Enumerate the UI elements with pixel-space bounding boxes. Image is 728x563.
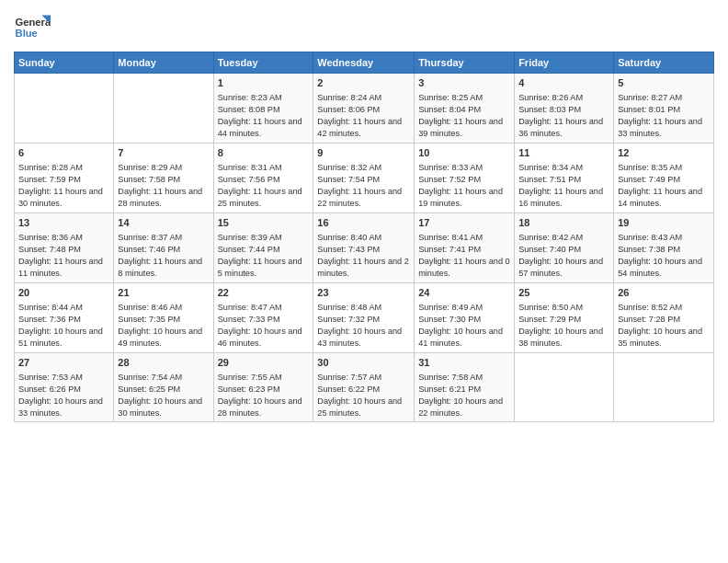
calendar-cell: 28Sunrise: 7:54 AMSunset: 6:25 PMDayligh… [114,352,213,422]
day-number: 9 [317,146,410,160]
week-row-5: 27Sunrise: 7:53 AMSunset: 6:26 PMDayligh… [15,352,714,422]
day-info: Sunrise: 8:35 AMSunset: 7:49 PMDaylight:… [618,162,710,210]
day-info: Sunrise: 8:39 AMSunset: 7:44 PMDaylight:… [218,232,310,280]
day-info: Sunrise: 8:24 AMSunset: 8:06 PMDaylight:… [317,92,410,140]
calendar-cell: 15Sunrise: 8:39 AMSunset: 7:44 PMDayligh… [213,213,313,282]
day-number: 5 [618,76,710,90]
day-info: Sunrise: 8:27 AMSunset: 8:01 PMDaylight:… [618,92,710,140]
week-row-3: 13Sunrise: 8:36 AMSunset: 7:48 PMDayligh… [15,213,714,282]
calendar-cell: 7Sunrise: 8:29 AMSunset: 7:58 PMDaylight… [114,143,213,213]
day-number: 1 [218,76,310,90]
day-info: Sunrise: 8:26 AMSunset: 8:03 PMDaylight:… [518,92,609,140]
day-info: Sunrise: 8:46 AMSunset: 7:35 PMDaylight:… [118,302,209,350]
day-info: Sunrise: 8:34 AMSunset: 7:51 PMDaylight:… [518,162,609,210]
day-info: Sunrise: 8:36 AMSunset: 7:48 PMDaylight:… [18,232,109,280]
calendar-cell: 12Sunrise: 8:35 AMSunset: 7:49 PMDayligh… [614,143,714,213]
day-info: Sunrise: 8:44 AMSunset: 7:36 PMDaylight:… [18,302,109,350]
calendar-cell: 27Sunrise: 7:53 AMSunset: 6:26 PMDayligh… [15,352,114,422]
calendar-cell: 5Sunrise: 8:27 AMSunset: 8:01 PMDaylight… [614,74,714,144]
day-number: 16 [317,216,410,230]
calendar-table: SundayMondayTuesdayWednesdayThursdayFrid… [14,52,714,422]
day-number: 8 [218,146,310,160]
day-info: Sunrise: 8:48 AMSunset: 7:32 PMDaylight:… [317,302,410,350]
calendar-cell: 19Sunrise: 8:43 AMSunset: 7:38 PMDayligh… [614,213,714,282]
weekday-header-friday: Friday [515,52,614,74]
day-number: 19 [618,216,710,230]
calendar-cell: 14Sunrise: 8:37 AMSunset: 7:46 PMDayligh… [114,213,213,282]
day-info: Sunrise: 8:52 AMSunset: 7:28 PMDaylight:… [618,302,710,350]
day-number: 30 [317,356,410,370]
svg-text:Blue: Blue [16,28,38,39]
day-number: 22 [218,286,310,300]
day-info: Sunrise: 8:42 AMSunset: 7:40 PMDaylight:… [518,232,609,280]
day-info: Sunrise: 8:31 AMSunset: 7:56 PMDaylight:… [218,162,310,210]
day-number: 20 [18,286,109,300]
calendar-cell [15,74,114,144]
calendar-cell: 26Sunrise: 8:52 AMSunset: 7:28 PMDayligh… [614,282,714,352]
weekday-header-wednesday: Wednesday [313,52,415,74]
calendar-cell: 31Sunrise: 7:58 AMSunset: 6:21 PMDayligh… [415,352,515,422]
calendar-cell [515,352,614,422]
calendar-header: SundayMondayTuesdayWednesdayThursdayFrid… [15,52,714,74]
day-info: Sunrise: 8:43 AMSunset: 7:38 PMDaylight:… [618,232,710,280]
calendar-cell [114,74,213,144]
day-info: Sunrise: 8:32 AMSunset: 7:54 PMDaylight:… [317,162,410,210]
calendar-cell: 24Sunrise: 8:49 AMSunset: 7:30 PMDayligh… [415,282,515,352]
page: General Blue SundayMondayTuesdayWednesda… [0,0,728,563]
day-info: Sunrise: 7:57 AMSunset: 6:22 PMDaylight:… [317,372,410,419]
calendar-cell: 10Sunrise: 8:33 AMSunset: 7:52 PMDayligh… [415,143,515,213]
weekday-header-monday: Monday [114,52,213,74]
day-info: Sunrise: 8:41 AMSunset: 7:41 PMDaylight:… [418,232,510,280]
day-info: Sunrise: 8:50 AMSunset: 7:29 PMDaylight:… [518,302,609,350]
calendar-cell: 16Sunrise: 8:40 AMSunset: 7:43 PMDayligh… [313,213,415,282]
day-info: Sunrise: 8:49 AMSunset: 7:30 PMDaylight:… [418,302,510,350]
calendar-body: 1Sunrise: 8:23 AMSunset: 8:08 PMDaylight… [15,74,714,422]
day-number: 23 [317,286,410,300]
weekday-header-tuesday: Tuesday [213,52,313,74]
calendar-cell: 17Sunrise: 8:41 AMSunset: 7:41 PMDayligh… [415,213,515,282]
day-number: 2 [317,76,410,90]
day-number: 31 [418,356,510,370]
day-info: Sunrise: 8:29 AMSunset: 7:58 PMDaylight:… [118,162,209,210]
day-number: 12 [618,146,710,160]
calendar-cell: 22Sunrise: 8:47 AMSunset: 7:33 PMDayligh… [213,282,313,352]
day-number: 27 [18,356,109,370]
day-number: 17 [418,216,510,230]
calendar-cell: 4Sunrise: 8:26 AMSunset: 8:03 PMDaylight… [515,74,614,144]
day-info: Sunrise: 8:25 AMSunset: 8:04 PMDaylight:… [418,92,510,140]
calendar-cell: 30Sunrise: 7:57 AMSunset: 6:22 PMDayligh… [313,352,415,422]
day-number: 26 [618,286,710,300]
day-number: 14 [118,216,209,230]
calendar-cell: 1Sunrise: 8:23 AMSunset: 8:08 PMDaylight… [213,74,313,144]
calendar-cell: 20Sunrise: 8:44 AMSunset: 7:36 PMDayligh… [15,282,114,352]
day-info: Sunrise: 8:28 AMSunset: 7:59 PMDaylight:… [18,162,109,210]
day-info: Sunrise: 7:55 AMSunset: 6:23 PMDaylight:… [218,372,310,419]
day-info: Sunrise: 7:54 AMSunset: 6:25 PMDaylight:… [118,372,209,419]
header: General Blue [14,9,714,46]
day-info: Sunrise: 8:23 AMSunset: 8:08 PMDaylight:… [218,92,310,140]
day-info: Sunrise: 8:37 AMSunset: 7:46 PMDaylight:… [118,232,209,280]
day-number: 11 [518,146,609,160]
weekday-header-saturday: Saturday [614,52,714,74]
logo: General Blue [14,9,54,46]
calendar-cell: 8Sunrise: 8:31 AMSunset: 7:56 PMDaylight… [213,143,313,213]
weekday-row: SundayMondayTuesdayWednesdayThursdayFrid… [15,52,714,74]
calendar-cell: 21Sunrise: 8:46 AMSunset: 7:35 PMDayligh… [114,282,213,352]
weekday-header-sunday: Sunday [15,52,114,74]
day-number: 24 [418,286,510,300]
day-info: Sunrise: 7:53 AMSunset: 6:26 PMDaylight:… [18,372,109,419]
day-number: 15 [218,216,310,230]
week-row-2: 6Sunrise: 8:28 AMSunset: 7:59 PMDaylight… [15,143,714,213]
day-number: 13 [18,216,109,230]
calendar-cell: 11Sunrise: 8:34 AMSunset: 7:51 PMDayligh… [515,143,614,213]
day-number: 21 [118,286,209,300]
day-number: 18 [518,216,609,230]
week-row-4: 20Sunrise: 8:44 AMSunset: 7:36 PMDayligh… [15,282,714,352]
day-number: 7 [118,146,209,160]
day-info: Sunrise: 8:40 AMSunset: 7:43 PMDaylight:… [317,232,410,280]
day-info: Sunrise: 8:47 AMSunset: 7:33 PMDaylight:… [218,302,310,350]
calendar-cell: 25Sunrise: 8:50 AMSunset: 7:29 PMDayligh… [515,282,614,352]
weekday-header-thursday: Thursday [415,52,515,74]
calendar-cell: 29Sunrise: 7:55 AMSunset: 6:23 PMDayligh… [213,352,313,422]
calendar-cell [614,352,714,422]
